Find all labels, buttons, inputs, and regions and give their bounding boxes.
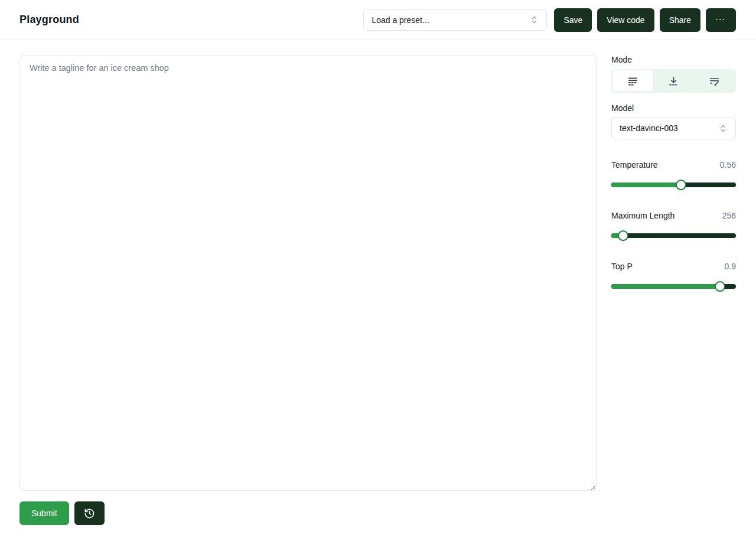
model-label: Model	[611, 103, 736, 113]
slider-track[interactable]	[611, 233, 736, 238]
editor-footer: Submit	[19, 501, 597, 525]
mode-tab-complete[interactable]	[612, 70, 653, 92]
temperature-header: Temperature 0.56	[611, 159, 736, 170]
prompt-textarea[interactable]	[19, 55, 597, 491]
temperature-value: 0.56	[720, 160, 736, 170]
mode-tab-insert[interactable]	[653, 70, 694, 92]
more-options-button[interactable]: ···	[706, 8, 736, 32]
mode-tab-group	[611, 69, 736, 93]
page-title: Playground	[19, 14, 79, 26]
maximum-length-param: Maximum Length 256	[611, 210, 736, 241]
top-p-value: 0.9	[725, 262, 736, 271]
history-button[interactable]	[74, 501, 105, 525]
model-select-value: text-davinci-003	[620, 123, 678, 133]
insert-mode-icon	[668, 76, 679, 87]
model-block: Model text-davinci-003	[611, 103, 736, 139]
header: Playground Load a preset... Save View co…	[0, 0, 756, 40]
maximum-length-slider-thumb[interactable]	[618, 230, 628, 241]
mode-label: Mode	[611, 55, 736, 64]
top-p-label: Top P	[611, 262, 633, 271]
settings-sidebar: Mode Model text-davinci-003	[611, 55, 736, 525]
top-p-header: Top P 0.9	[611, 261, 736, 271]
edit-mode-icon	[709, 76, 720, 87]
save-button[interactable]: Save	[554, 8, 592, 32]
share-button[interactable]: Share	[660, 8, 700, 32]
temperature-slider[interactable]	[611, 180, 736, 190]
maximum-length-label: Maximum Length	[611, 211, 674, 220]
temperature-param: Temperature 0.56	[611, 159, 736, 190]
chevron-up-down-icon	[719, 124, 728, 133]
view-code-button[interactable]: View code	[597, 8, 654, 32]
editor-column: Submit	[19, 55, 597, 525]
mode-tab-edit[interactable]	[694, 70, 735, 92]
slider-fill	[611, 284, 720, 289]
submit-button[interactable]: Submit	[19, 501, 69, 525]
complete-mode-icon	[627, 76, 638, 87]
history-icon	[84, 508, 95, 519]
maximum-length-value: 256	[722, 211, 736, 220]
temperature-slider-thumb[interactable]	[676, 180, 686, 190]
slider-fill	[611, 182, 681, 187]
chevron-up-down-icon	[530, 15, 539, 24]
maximum-length-slider[interactable]	[611, 230, 736, 241]
model-select[interactable]: text-davinci-003	[611, 117, 736, 139]
load-preset-select[interactable]: Load a preset...	[363, 9, 547, 31]
top-p-slider[interactable]	[611, 281, 736, 292]
top-p-param: Top P 0.9	[611, 261, 736, 292]
maximum-length-header: Maximum Length 256	[611, 210, 736, 220]
top-p-slider-thumb[interactable]	[715, 281, 725, 292]
temperature-label: Temperature	[611, 160, 658, 170]
load-preset-value: Load a preset...	[372, 15, 429, 25]
main-content: Submit Mode	[0, 40, 756, 525]
